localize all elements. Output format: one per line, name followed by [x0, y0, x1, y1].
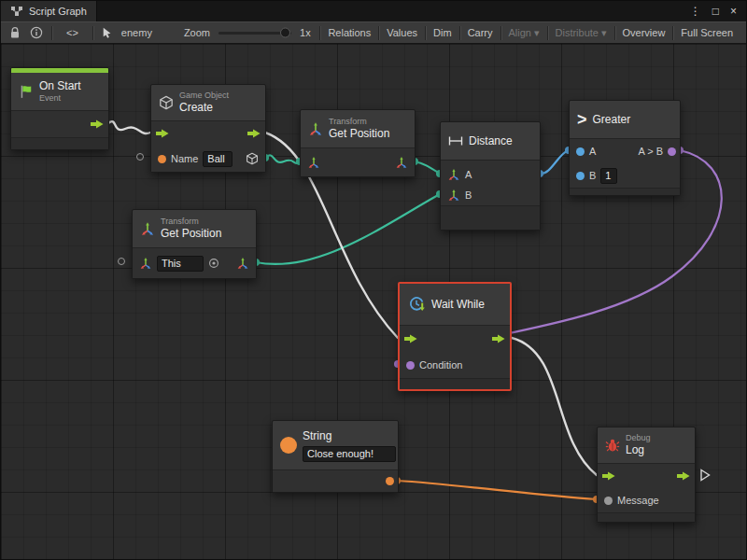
node-footer [570, 188, 680, 195]
zoom-slider-knob[interactable] [280, 28, 290, 38]
wire-waitwhile-to-log [512, 338, 597, 475]
chevron-down-icon: ▾ [534, 27, 540, 39]
values-button[interactable]: Values [381, 25, 423, 40]
result-label: A > B [638, 146, 663, 157]
exec-output-port[interactable] [247, 129, 261, 138]
code-view-button[interactable]: <> [61, 25, 84, 40]
info-icon[interactable] [30, 26, 43, 39]
vector3-output-port[interactable] [236, 257, 249, 270]
exec-port-row [400, 326, 510, 352]
string-output-port[interactable] [386, 477, 394, 485]
toolbar-separator [672, 26, 673, 40]
lock-icon[interactable] [8, 26, 21, 39]
string-input-port[interactable] [158, 155, 166, 163]
exec-input-port[interactable] [156, 129, 169, 138]
exec-output-port[interactable] [91, 119, 104, 129]
greater-icon: > [577, 111, 587, 128]
gameobject-output-port[interactable] [246, 152, 259, 165]
number-input-port-a[interactable] [576, 147, 585, 156]
node-get-position-enemy[interactable]: Transform Get Position [300, 109, 416, 177]
node-title: On Start [39, 79, 81, 93]
overview-button[interactable]: Overview [617, 25, 671, 40]
graph-canvas[interactable]: On Start Event Game Object Create [1, 44, 747, 560]
port-label: Message [617, 495, 659, 506]
bool-output-port[interactable] [668, 147, 676, 156]
node-log[interactable]: Debug Log Message [597, 427, 696, 523]
bool-input-port[interactable] [406, 361, 415, 370]
wire-getposition-to-distance-a [415, 161, 440, 174]
zoom-value: 1x [300, 27, 311, 38]
vector3-input-port-a[interactable] [447, 168, 460, 181]
breadcrumb-graph-name[interactable]: enemy [121, 27, 152, 38]
toolbar-separator [425, 26, 426, 40]
node-title: Get Position [161, 227, 221, 241]
toolbar-separator [500, 26, 501, 40]
align-button[interactable]: Align▾ [503, 25, 545, 41]
unconnected-port-indicator[interactable] [118, 258, 125, 265]
flag-icon [19, 84, 34, 99]
vector3-input-port-b[interactable] [447, 189, 460, 202]
node-header: String [273, 421, 398, 469]
output-port-row [273, 470, 398, 492]
node-greater[interactable]: > Greater A A > B B [569, 100, 681, 196]
node-header: Wait While [400, 284, 510, 325]
node-header: Transform Get Position [133, 210, 256, 247]
name-value-input[interactable] [203, 151, 233, 167]
exec-input-port[interactable] [404, 334, 417, 343]
node-title: Log [626, 443, 651, 457]
node-title: Distance [469, 134, 513, 148]
node-footer [400, 378, 510, 389]
condition-port-row: Condition [400, 352, 510, 378]
window-menu-icon[interactable]: ⋮ [690, 5, 701, 18]
port-label: A [589, 146, 596, 157]
relations-button[interactable]: Relations [322, 25, 376, 40]
target-value-input[interactable] [157, 256, 204, 272]
node-wait-while[interactable]: Wait While Condition [398, 282, 512, 391]
toolbar-separator [378, 26, 379, 40]
node-distance[interactable]: Distance A B [440, 121, 541, 231]
number-input-port-b[interactable] [576, 172, 585, 180]
toolbar-separator [319, 26, 320, 40]
node-header: On Start Event [11, 73, 108, 110]
node-title: Greater [593, 113, 631, 127]
exec-input-port[interactable] [602, 471, 615, 481]
node-string[interactable]: String [272, 420, 399, 493]
node-create[interactable]: Game Object Create Name [150, 84, 266, 173]
transform-input-port[interactable] [139, 257, 152, 270]
vector3-output-port[interactable] [395, 156, 408, 169]
string-value-input[interactable] [303, 446, 396, 462]
toolbar-separator [547, 26, 548, 40]
transform-axis-icon [140, 221, 155, 236]
zoom-slider[interactable] [218, 32, 291, 35]
toolbar-buttons: Relations Values Dim Carry Align▾ Distri… [319, 25, 739, 41]
wire-onstart-to-create [108, 121, 150, 133]
toolbar-separator [51, 26, 52, 40]
unconnected-port-indicator[interactable] [136, 153, 144, 161]
node-footer [11, 137, 108, 149]
object-picker-icon[interactable] [208, 258, 219, 269]
titlebar: Script Graph ⋮ □ × [1, 1, 746, 21]
fullscreen-button[interactable]: Full Screen [675, 25, 739, 40]
distribute-button[interactable]: Distribute▾ [550, 25, 613, 41]
chevron-down-icon: ▾ [601, 27, 607, 39]
port-label: B [465, 189, 472, 201]
b-value-input[interactable] [600, 168, 617, 184]
exec-output-port[interactable] [677, 471, 690, 481]
script-graph-icon [10, 5, 23, 18]
node-title: Create [179, 101, 229, 115]
node-get-position-self[interactable]: Transform Get Position [132, 209, 257, 279]
node-category: Game Object [179, 91, 229, 101]
script-graph-tab[interactable]: Script Graph [1, 1, 97, 21]
close-icon[interactable]: × [730, 5, 737, 18]
exec-output-port[interactable] [492, 334, 505, 343]
graph-toolbar: <> enemy Zoom 1x Relations Values Dim Ca… [1, 21, 746, 44]
dim-button[interactable]: Dim [428, 25, 458, 40]
transform-input-port[interactable] [307, 156, 320, 169]
titlebar-controls: ⋮ □ × [690, 5, 746, 18]
maximize-icon[interactable]: □ [712, 5, 719, 18]
message-input-port[interactable] [604, 497, 613, 505]
node-subtitle: Event [39, 93, 81, 104]
node-on-start[interactable]: On Start Event [10, 67, 109, 150]
carry-button[interactable]: Carry [462, 25, 499, 40]
node-header: Distance [441, 122, 540, 160]
